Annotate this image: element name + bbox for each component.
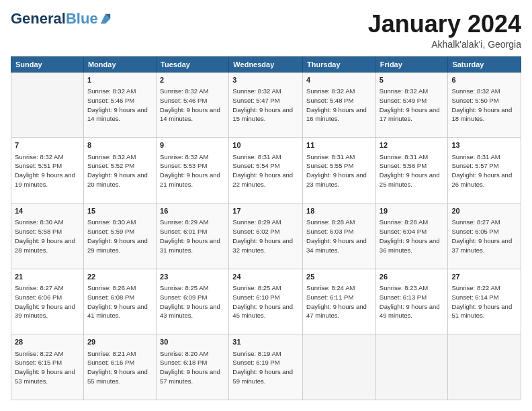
day-number: 20 [451, 206, 517, 216]
cell-content: Sunrise: 8:32 AMSunset: 5:48 PMDaylight:… [306, 87, 372, 124]
calendar-cell: 4Sunrise: 8:32 AMSunset: 5:48 PMDaylight… [303, 72, 376, 138]
cell-content: Sunrise: 8:22 AMSunset: 6:15 PMDaylight:… [15, 349, 80, 386]
calendar-cell [11, 72, 84, 138]
page: GeneralBlue January 2024 Akhalk'alak'i, … [0, 0, 532, 411]
day-number: 16 [160, 206, 225, 216]
day-number: 26 [380, 272, 445, 282]
column-header-friday: Friday [375, 56, 448, 72]
day-number: 19 [380, 206, 445, 216]
cell-content: Sunrise: 8:32 AMSunset: 5:52 PMDaylight:… [87, 152, 152, 189]
day-number: 18 [306, 206, 372, 216]
calendar-cell: 14Sunrise: 8:30 AMSunset: 5:58 PMDayligh… [11, 203, 84, 269]
cell-content: Sunrise: 8:31 AMSunset: 5:56 PMDaylight:… [380, 152, 445, 189]
cell-content: Sunrise: 8:20 AMSunset: 6:18 PMDaylight:… [160, 349, 225, 386]
day-number: 31 [232, 337, 299, 347]
day-number: 28 [15, 337, 80, 347]
location-subtitle: Akhalk'alak'i, Georgia [368, 39, 521, 50]
day-number: 6 [451, 75, 517, 85]
cell-content: Sunrise: 8:32 AMSunset: 5:46 PMDaylight:… [87, 87, 152, 124]
calendar-cell: 29Sunrise: 8:21 AMSunset: 6:16 PMDayligh… [83, 334, 156, 400]
calendar-cell: 22Sunrise: 8:26 AMSunset: 6:08 PMDayligh… [83, 269, 156, 334]
column-header-thursday: Thursday [303, 56, 376, 72]
calendar-cell: 7Sunrise: 8:32 AMSunset: 5:51 PMDaylight… [11, 138, 84, 203]
column-header-saturday: Saturday [448, 56, 521, 72]
logo: GeneralBlue [11, 11, 112, 27]
calendar-cell: 13Sunrise: 8:31 AMSunset: 5:57 PMDayligh… [448, 138, 521, 203]
cell-content: Sunrise: 8:28 AMSunset: 6:03 PMDaylight:… [306, 218, 372, 255]
calendar-cell: 27Sunrise: 8:22 AMSunset: 6:14 PMDayligh… [448, 269, 521, 334]
day-number: 21 [15, 272, 80, 282]
week-row-1: 1Sunrise: 8:32 AMSunset: 5:46 PMDaylight… [11, 72, 521, 138]
cell-content: Sunrise: 8:32 AMSunset: 5:51 PMDaylight:… [15, 152, 80, 189]
calendar-cell: 21Sunrise: 8:27 AMSunset: 6:06 PMDayligh… [11, 269, 84, 334]
cell-content: Sunrise: 8:32 AMSunset: 5:46 PMDaylight:… [160, 87, 225, 124]
cell-content: Sunrise: 8:19 AMSunset: 6:19 PMDaylight:… [232, 349, 299, 386]
cell-content: Sunrise: 8:25 AMSunset: 6:09 PMDaylight:… [160, 283, 225, 320]
day-number: 25 [306, 272, 372, 282]
day-number: 30 [160, 337, 225, 347]
day-number: 27 [451, 272, 517, 282]
cell-content: Sunrise: 8:27 AMSunset: 6:05 PMDaylight:… [451, 218, 517, 255]
cell-content: Sunrise: 8:23 AMSunset: 6:13 PMDaylight:… [380, 283, 445, 320]
day-number: 17 [232, 206, 299, 216]
cell-content: Sunrise: 8:30 AMSunset: 5:58 PMDaylight:… [15, 218, 80, 255]
day-number: 22 [87, 272, 152, 282]
week-row-4: 21Sunrise: 8:27 AMSunset: 6:06 PMDayligh… [11, 269, 521, 334]
cell-content: Sunrise: 8:21 AMSunset: 6:16 PMDaylight:… [87, 349, 152, 386]
column-header-wednesday: Wednesday [229, 56, 303, 72]
calendar-cell [375, 334, 448, 400]
calendar-cell [448, 334, 521, 400]
header: GeneralBlue January 2024 Akhalk'alak'i, … [11, 11, 521, 50]
calendar-body: 1Sunrise: 8:32 AMSunset: 5:46 PMDaylight… [11, 72, 521, 400]
cell-content: Sunrise: 8:29 AMSunset: 6:02 PMDaylight:… [232, 218, 299, 255]
calendar-cell: 3Sunrise: 8:32 AMSunset: 5:47 PMDaylight… [229, 72, 303, 138]
day-number: 5 [380, 75, 445, 85]
calendar-cell: 5Sunrise: 8:32 AMSunset: 5:49 PMDaylight… [375, 72, 448, 138]
calendar-cell: 10Sunrise: 8:31 AMSunset: 5:54 PMDayligh… [229, 138, 303, 203]
calendar-header-row: SundayMondayTuesdayWednesdayThursdayFrid… [11, 56, 521, 72]
cell-content: Sunrise: 8:30 AMSunset: 5:59 PMDaylight:… [87, 218, 152, 255]
cell-content: Sunrise: 8:32 AMSunset: 5:50 PMDaylight:… [451, 87, 517, 124]
calendar-table: SundayMondayTuesdayWednesdayThursdayFrid… [11, 56, 521, 400]
day-number: 12 [380, 140, 445, 150]
calendar-cell: 6Sunrise: 8:32 AMSunset: 5:50 PMDaylight… [448, 72, 521, 138]
day-number: 9 [160, 140, 225, 150]
title-block: January 2024 Akhalk'alak'i, Georgia [368, 11, 521, 50]
column-header-tuesday: Tuesday [157, 56, 229, 72]
day-number: 2 [160, 75, 225, 85]
calendar-cell: 9Sunrise: 8:32 AMSunset: 5:53 PMDaylight… [157, 138, 229, 203]
cell-content: Sunrise: 8:29 AMSunset: 6:01 PMDaylight:… [160, 218, 225, 255]
day-number: 29 [87, 337, 152, 347]
calendar-cell: 26Sunrise: 8:23 AMSunset: 6:13 PMDayligh… [375, 269, 448, 334]
calendar-cell: 25Sunrise: 8:24 AMSunset: 6:11 PMDayligh… [303, 269, 376, 334]
calendar-cell: 15Sunrise: 8:30 AMSunset: 5:59 PMDayligh… [83, 203, 156, 269]
month-title: January 2024 [368, 11, 521, 38]
calendar-cell: 24Sunrise: 8:25 AMSunset: 6:10 PMDayligh… [229, 269, 303, 334]
week-row-3: 14Sunrise: 8:30 AMSunset: 5:58 PMDayligh… [11, 203, 521, 269]
day-number: 1 [87, 75, 152, 85]
cell-content: Sunrise: 8:32 AMSunset: 5:49 PMDaylight:… [380, 87, 445, 124]
cell-content: Sunrise: 8:27 AMSunset: 6:06 PMDaylight:… [15, 283, 80, 320]
cell-content: Sunrise: 8:31 AMSunset: 5:55 PMDaylight:… [306, 152, 372, 189]
cell-content: Sunrise: 8:25 AMSunset: 6:10 PMDaylight:… [232, 283, 299, 320]
day-number: 3 [232, 75, 299, 85]
calendar-cell: 17Sunrise: 8:29 AMSunset: 6:02 PMDayligh… [229, 203, 303, 269]
calendar-cell: 30Sunrise: 8:20 AMSunset: 6:18 PMDayligh… [157, 334, 229, 400]
calendar-cell: 20Sunrise: 8:27 AMSunset: 6:05 PMDayligh… [448, 203, 521, 269]
day-number: 14 [15, 206, 80, 216]
day-number: 11 [306, 140, 372, 150]
cell-content: Sunrise: 8:28 AMSunset: 6:04 PMDaylight:… [380, 218, 445, 255]
calendar-cell: 18Sunrise: 8:28 AMSunset: 6:03 PMDayligh… [303, 203, 376, 269]
calendar-cell: 1Sunrise: 8:32 AMSunset: 5:46 PMDaylight… [83, 72, 156, 138]
week-row-5: 28Sunrise: 8:22 AMSunset: 6:15 PMDayligh… [11, 334, 521, 400]
week-row-2: 7Sunrise: 8:32 AMSunset: 5:51 PMDaylight… [11, 138, 521, 203]
calendar-cell: 23Sunrise: 8:25 AMSunset: 6:09 PMDayligh… [157, 269, 229, 334]
calendar-cell: 11Sunrise: 8:31 AMSunset: 5:55 PMDayligh… [303, 138, 376, 203]
column-header-monday: Monday [83, 56, 156, 72]
calendar-cell: 19Sunrise: 8:28 AMSunset: 6:04 PMDayligh… [375, 203, 448, 269]
day-number: 7 [15, 140, 80, 150]
column-header-sunday: Sunday [11, 56, 84, 72]
day-number: 10 [232, 140, 299, 150]
calendar-cell: 8Sunrise: 8:32 AMSunset: 5:52 PMDaylight… [83, 138, 156, 203]
day-number: 23 [160, 272, 225, 282]
